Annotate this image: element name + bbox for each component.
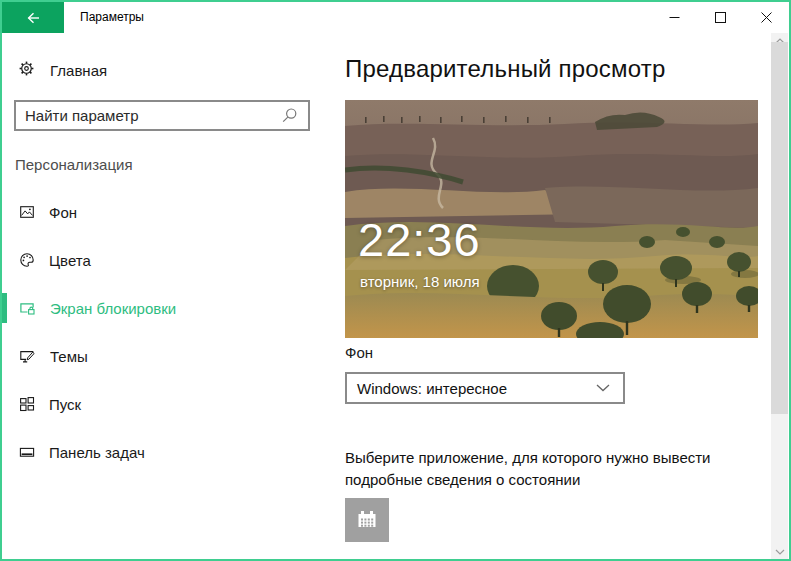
- titlebar: Параметры: [2, 2, 789, 33]
- sidebar-item-lock-screen[interactable]: Экран блокировки: [2, 284, 345, 332]
- search-input[interactable]: [16, 107, 281, 124]
- window-title: Параметры: [80, 2, 144, 33]
- palette-icon: [19, 252, 35, 268]
- settings-search-box: [14, 100, 310, 131]
- background-dropdown[interactable]: Windows: интересное: [345, 372, 625, 404]
- sidebar: Главная Персонализация Фон: [2, 33, 345, 559]
- detailed-status-prompt: Выберите приложение, для которого нужно …: [345, 447, 769, 491]
- sidebar-item-label: Темы: [50, 348, 88, 365]
- maximize-icon: [715, 12, 726, 23]
- image-icon: [19, 204, 35, 220]
- vertical-scrollbar[interactable]: [771, 33, 788, 559]
- sidebar-item-label: Экран блокировки: [50, 300, 176, 317]
- gear-icon: [18, 60, 35, 81]
- sidebar-item-start[interactable]: Пуск: [2, 380, 345, 428]
- settings-window: Параметры: [0, 0, 791, 561]
- sidebar-item-taskbar[interactable]: Панель задач: [2, 428, 345, 476]
- main-content: Предварительный просмотр: [345, 33, 771, 559]
- lock-screen-preview: 22:36 вторник, 18 июля: [345, 100, 758, 338]
- close-button[interactable]: [743, 2, 789, 33]
- sidebar-item-background[interactable]: Фон: [2, 188, 345, 236]
- monitor-pen-icon: [19, 348, 36, 365]
- sidebar-item-label: Панель задач: [49, 444, 145, 461]
- preview-clock-date: вторник, 18 июля: [360, 273, 480, 290]
- sidebar-item-label: Фон: [49, 204, 77, 221]
- preview-clock-time: 22:36: [358, 212, 481, 267]
- page-title: Предварительный просмотр: [345, 55, 666, 83]
- magnifier-icon[interactable]: [281, 107, 298, 124]
- sidebar-item-colors[interactable]: Цвета: [2, 236, 345, 284]
- minimize-button[interactable]: [651, 2, 697, 33]
- sidebar-item-themes[interactable]: Темы: [2, 332, 345, 380]
- sidebar-item-label: Пуск: [49, 396, 81, 413]
- detailed-status-app-button[interactable]: [345, 498, 389, 542]
- sidebar-item-home[interactable]: Главная: [2, 52, 345, 88]
- background-dropdown-value: Windows: интересное: [347, 380, 596, 397]
- back-arrow-icon: [25, 10, 41, 26]
- taskbar-icon: [19, 444, 35, 460]
- background-field-label: Фон: [345, 344, 373, 361]
- scrollbar-thumb[interactable]: [771, 42, 788, 414]
- monitor-lock-icon: [19, 300, 36, 317]
- maximize-button[interactable]: [697, 2, 743, 33]
- window-controls: [651, 2, 789, 33]
- close-icon: [761, 12, 772, 23]
- chevron-down-icon: [596, 384, 610, 392]
- scrollbar-down-arrow-icon[interactable]: [771, 544, 788, 559]
- sidebar-nav: Фон Цвета: [2, 188, 345, 476]
- sidebar-item-label: Главная: [50, 62, 107, 79]
- tiles-icon: [19, 396, 35, 412]
- minimize-icon: [669, 12, 680, 23]
- sidebar-section-label: Персонализация: [15, 156, 133, 173]
- back-button[interactable]: [2, 2, 64, 33]
- calendar-icon: [355, 508, 379, 532]
- sidebar-item-label: Цвета: [49, 252, 91, 269]
